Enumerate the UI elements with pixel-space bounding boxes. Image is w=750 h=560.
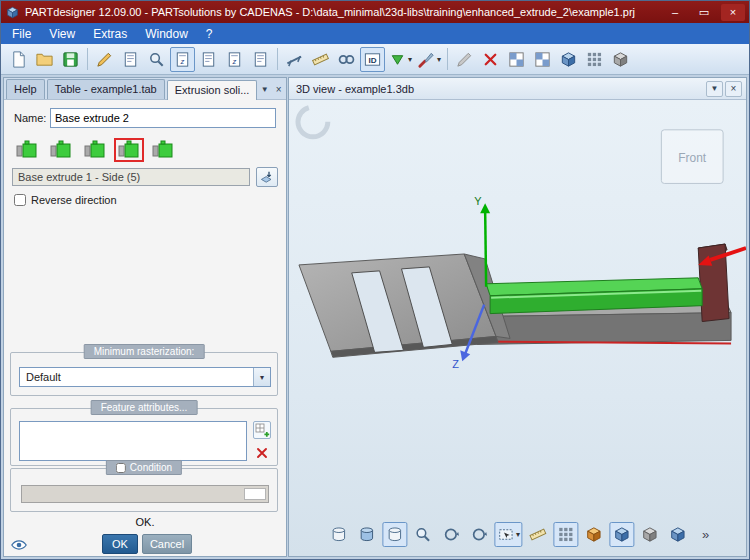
menu-window[interactable]: Window [136, 24, 197, 44]
generate-button[interactable]: ▾ [386, 47, 414, 72]
link-variables-button[interactable] [334, 47, 359, 72]
measure-3d-button[interactable] [525, 522, 550, 547]
viewport-toolbar: ▾ [326, 522, 690, 547]
reverse-direction-label: Reverse direction [31, 194, 117, 206]
condition-input-end [244, 488, 266, 500]
raster-group: Minimum rasterization: Default ▾ [10, 352, 278, 396]
perspective-button[interactable] [665, 522, 690, 547]
extrude-type-icon [151, 140, 175, 160]
shaded-mode-button-glyph [612, 525, 631, 544]
selection-mode-button-dropdown-arrow[interactable]: ▾ [516, 530, 520, 539]
front-view-cube[interactable]: Front [661, 130, 723, 184]
plane-yz-button[interactable] [248, 47, 273, 72]
open-button[interactable] [32, 47, 57, 72]
tab-help[interactable]: Help [6, 79, 45, 99]
extrude-type-5[interactable] [148, 138, 178, 162]
left-tabbar: Help Table - example1.tab Extrusion soli… [4, 78, 286, 100]
delete-feature-button[interactable] [478, 47, 503, 72]
extrude-type-icon [83, 140, 107, 160]
cancel-button[interactable]: Cancel [142, 534, 192, 554]
generate-button-dropdown-arrow[interactable]: ▾ [408, 55, 412, 64]
selection-mode-button[interactable]: ▾ [494, 522, 522, 547]
measure-button[interactable] [308, 47, 333, 72]
tools-button-dropdown-arrow[interactable]: ▾ [437, 55, 441, 64]
plane-xz-button[interactable] [222, 47, 247, 72]
panel-dropdown-button[interactable]: ▼ [259, 82, 270, 97]
orbit-button[interactable] [438, 522, 463, 547]
open-button-glyph [35, 50, 54, 69]
raster-combo-arrow[interactable]: ▾ [253, 368, 270, 386]
reverse-direction-checkbox[interactable] [14, 194, 26, 206]
ok-button[interactable]: OK [102, 534, 138, 554]
panel-close-button[interactable]: × [273, 82, 284, 97]
model-plate[interactable] [299, 254, 510, 357]
new-file-button-glyph [9, 50, 28, 69]
menu-help[interactable]: ? [197, 24, 222, 44]
preview-button[interactable] [144, 47, 169, 72]
edit-feature-button-glyph [455, 50, 474, 69]
grid-toggle-button[interactable] [553, 522, 578, 547]
close-button[interactable]: × [721, 4, 745, 21]
dimension-button[interactable] [282, 47, 307, 72]
reverse-direction-row[interactable]: Reverse direction [14, 194, 117, 206]
pan-button[interactable] [466, 522, 491, 547]
main-toolbar: ▾▾ [1, 44, 749, 75]
shaded-mode-button[interactable] [609, 522, 634, 547]
feature-attributes-group: Feature attributes... [10, 408, 278, 466]
pick-reference-button[interactable] [256, 167, 278, 187]
add-attribute-button[interactable] [253, 421, 271, 439]
feature-attributes-input[interactable] [19, 421, 247, 461]
extrude-type-icon [15, 140, 39, 160]
watermark-logo [298, 107, 328, 137]
base-reference-field[interactable]: Base extrude 1 - Side (5) [12, 168, 250, 186]
minimize-button[interactable]: – [663, 4, 687, 21]
menu-file[interactable]: File [3, 24, 40, 44]
remove-attribute-button[interactable] [253, 444, 271, 462]
derive-2d-view-button[interactable] [170, 47, 195, 72]
eye-icon [10, 536, 28, 554]
edit-feature-button[interactable] [452, 47, 477, 72]
generate-button-glyph [388, 50, 407, 69]
3d-view-close-button[interactable]: × [725, 81, 742, 97]
material-button-glyph [533, 50, 552, 69]
view-3d-button[interactable] [556, 47, 581, 72]
db-view-1-button[interactable] [326, 522, 351, 547]
edit-sketch-button[interactable] [92, 47, 117, 72]
zoom-button[interactable] [410, 522, 435, 547]
new-sketch-button[interactable] [118, 47, 143, 72]
tab-extrusion-solid[interactable]: Extrusion soli... [167, 80, 258, 100]
extrude-type-1[interactable] [12, 138, 42, 162]
extrude-type-2[interactable] [46, 138, 76, 162]
menu-view[interactable]: View [40, 24, 84, 44]
material-button[interactable] [530, 47, 555, 72]
extrude-type-3[interactable] [80, 138, 110, 162]
3d-scene[interactable]: Front [289, 100, 746, 556]
raster-combo[interactable]: Default ▾ [19, 367, 271, 387]
3d-view-dropdown-button[interactable]: ▼ [706, 81, 723, 97]
grid-toggle-button-glyph [556, 525, 575, 544]
3d-viewport[interactable]: Front [289, 100, 746, 556]
db-view-3-button[interactable] [382, 522, 407, 547]
condition-checkbox[interactable] [116, 463, 126, 473]
wireframe-mode-button[interactable] [637, 522, 662, 547]
visibility-eye-button[interactable] [10, 536, 28, 554]
db-view-2-button[interactable] [354, 522, 379, 547]
tools-button[interactable]: ▾ [415, 47, 443, 72]
menu-extras[interactable]: Extras [84, 24, 136, 44]
maximize-button[interactable]: ▭ [692, 4, 716, 21]
tab-table[interactable]: Table - example1.tab [47, 79, 165, 99]
condition-group: Condition [10, 468, 278, 512]
add-attribute-icon [254, 422, 270, 438]
name-input[interactable] [50, 108, 276, 128]
save-button[interactable] [58, 47, 83, 72]
new-file-button[interactable] [6, 47, 31, 72]
extrude-type-4[interactable] [114, 138, 144, 162]
toolbar-overflow-button[interactable]: » [702, 527, 709, 542]
solid-view-button[interactable] [608, 47, 633, 72]
rasterize-button-glyph [585, 50, 604, 69]
plane-xy-button[interactable] [196, 47, 221, 72]
rasterize-button[interactable] [582, 47, 607, 72]
render-mode-button[interactable] [581, 522, 606, 547]
id-button[interactable] [360, 47, 385, 72]
texture-button[interactable] [504, 47, 529, 72]
